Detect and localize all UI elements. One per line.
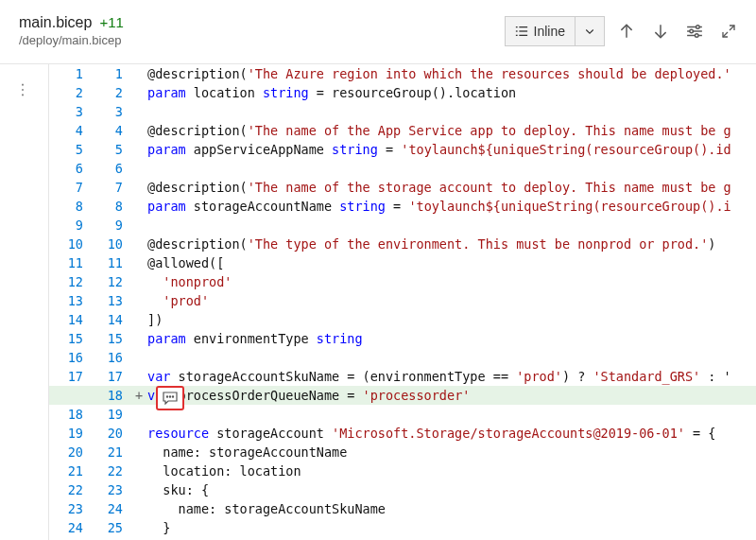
- diff-sign: [132, 424, 146, 443]
- line-number-old[interactable]: 6: [49, 159, 89, 178]
- svg-point-16: [166, 396, 167, 397]
- diff-sign: [132, 310, 146, 329]
- more-actions-icon[interactable]: ⋯: [17, 82, 32, 99]
- code-content: param environmentType string: [146, 329, 756, 348]
- diff-sign: [132, 253, 146, 272]
- code-line: 44 @description('The name of the App Ser…: [49, 121, 756, 140]
- line-number-new[interactable]: 25: [89, 518, 132, 537]
- code-line: 77 @description('The name of the storage…: [49, 178, 756, 197]
- diff-sign: [132, 216, 146, 235]
- line-number-new[interactable]: 13: [89, 291, 132, 310]
- line-number-new[interactable]: 18: [89, 386, 132, 405]
- line-number-new[interactable]: 17: [89, 367, 132, 386]
- line-number-old[interactable]: 22: [49, 480, 89, 499]
- line-number-old[interactable]: 7: [49, 178, 89, 197]
- settings-button[interactable]: [682, 19, 707, 44]
- code-content: @description('The name of the App Servic…: [146, 121, 756, 140]
- diff-sign: [132, 348, 146, 367]
- diff-sign: [132, 121, 146, 140]
- line-number-new[interactable]: 24: [89, 499, 132, 518]
- diff-sign: [132, 443, 146, 462]
- line-number-new[interactable]: 5: [89, 140, 132, 159]
- line-number-old[interactable]: 21: [49, 462, 89, 480]
- file-info: main.bicep +11 /deploy/main.bicep: [19, 14, 124, 47]
- line-number-new[interactable]: 11: [89, 253, 132, 272]
- line-number-new[interactable]: 1: [89, 64, 132, 83]
- line-number-new[interactable]: 3: [89, 102, 132, 121]
- code-line: 2425 }: [49, 518, 756, 537]
- code-content: resource storageAccount 'Microsoft.Stora…: [146, 424, 756, 443]
- chevron-down-icon[interactable]: [576, 17, 604, 45]
- line-number-new[interactable]: 22: [89, 462, 132, 480]
- code-content: param appServiceAppName string = 'toylau…: [146, 140, 756, 159]
- svg-point-11: [690, 29, 694, 33]
- fullscreen-button[interactable]: [716, 19, 741, 44]
- svg-line-15: [723, 32, 728, 37]
- line-number-old[interactable]: 18: [49, 405, 89, 424]
- line-number-new[interactable]: 2: [89, 83, 132, 102]
- line-number-old[interactable]: 3: [49, 102, 89, 121]
- line-number-old[interactable]: 12: [49, 272, 89, 291]
- diff-sign: [132, 83, 146, 102]
- code-line: 2223 sku: {: [49, 480, 756, 499]
- line-number-old[interactable]: 14: [49, 310, 89, 329]
- line-number-old[interactable]: 15: [49, 329, 89, 348]
- code-content: name: storageAccountSkuName: [146, 499, 756, 518]
- line-number-old[interactable]: 11: [49, 253, 89, 272]
- line-number-new[interactable]: 20: [89, 424, 132, 443]
- diff-sign: [132, 235, 146, 253]
- line-number-new[interactable]: 4: [89, 121, 132, 140]
- next-diff-button[interactable]: [648, 19, 673, 44]
- line-number-new[interactable]: 9: [89, 216, 132, 235]
- line-number-new[interactable]: 19: [89, 405, 132, 424]
- line-number-old[interactable]: 1: [49, 64, 89, 83]
- diff-sign: [132, 272, 146, 291]
- file-header: main.bicep +11 /deploy/main.bicep Inline: [0, 0, 756, 64]
- line-number-new[interactable]: 16: [89, 348, 132, 367]
- diff-sign: [132, 159, 146, 178]
- line-number-old[interactable]: 2: [49, 83, 89, 102]
- line-number-old[interactable]: 5: [49, 140, 89, 159]
- line-number-old[interactable]: 4: [49, 121, 89, 140]
- diff-sign: [132, 518, 146, 537]
- diff-toolbar: Inline: [505, 16, 741, 46]
- line-number-new[interactable]: 10: [89, 235, 132, 253]
- code-line: 2122 location: location: [49, 462, 756, 480]
- line-number-old[interactable]: 9: [49, 216, 89, 235]
- svg-point-18: [172, 396, 173, 397]
- diff-code-area: 11 @description('The Azure region into w…: [49, 64, 756, 540]
- code-line: 1313 'prod': [49, 291, 756, 310]
- prev-diff-button[interactable]: [614, 19, 639, 44]
- line-number-new[interactable]: 15: [89, 329, 132, 348]
- line-number-new[interactable]: 8: [89, 197, 132, 216]
- line-number-new[interactable]: 23: [89, 480, 132, 499]
- diff-sign: [132, 140, 146, 159]
- diff-sign: +: [132, 386, 146, 405]
- line-number-new[interactable]: 6: [89, 159, 132, 178]
- code-line: 99: [49, 216, 756, 235]
- line-number-old[interactable]: 23: [49, 499, 89, 518]
- code-content: location: location: [146, 462, 756, 480]
- code-content: var processOrderQueueName = 'processorde…: [146, 386, 756, 405]
- diff-sign: [132, 291, 146, 310]
- svg-line-14: [730, 26, 734, 30]
- line-number-old[interactable]: 24: [49, 518, 89, 537]
- diff-sign: [132, 480, 146, 499]
- code-content: @description('The name of the storage ac…: [146, 178, 756, 197]
- line-number-old[interactable]: 19: [49, 424, 89, 443]
- line-number-new[interactable]: 14: [89, 310, 132, 329]
- line-number-old[interactable]: 8: [49, 197, 89, 216]
- line-number-new[interactable]: 12: [89, 272, 132, 291]
- line-number-old[interactable]: 13: [49, 291, 89, 310]
- line-number-new[interactable]: 7: [89, 178, 132, 197]
- line-number-old[interactable]: 16: [49, 348, 89, 367]
- code-content: param location string = resourceGroup().…: [146, 83, 756, 102]
- line-number-old[interactable]: 10: [49, 235, 89, 253]
- line-number-new[interactable]: 21: [89, 443, 132, 462]
- line-number-old[interactable]: 20: [49, 443, 89, 462]
- add-comment-button[interactable]: [156, 386, 184, 410]
- diff-sign: [132, 405, 146, 424]
- view-mode-dropdown[interactable]: Inline: [505, 16, 605, 46]
- line-number-old[interactable]: 17: [49, 367, 89, 386]
- diff-count-badge: +11: [99, 14, 123, 30]
